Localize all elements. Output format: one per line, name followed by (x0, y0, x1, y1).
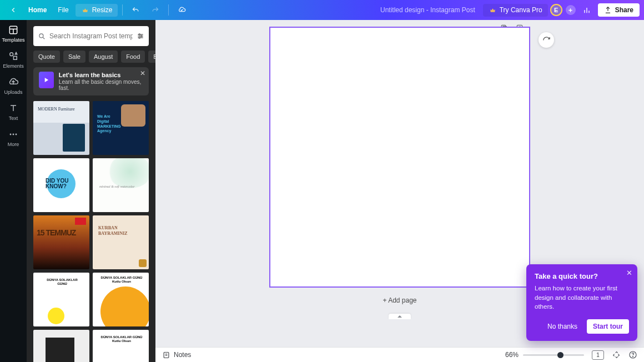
svg-point-15 (16, 134, 17, 135)
template-thumb[interactable] (33, 273, 89, 326)
chip-birthday[interactable]: Birthday (148, 51, 155, 63)
notes-button[interactable]: Notes (162, 351, 191, 359)
nav-label: Elements (3, 63, 24, 69)
insights-button[interactable] (578, 3, 596, 17)
tour-body: Learn how to create your first design an… (535, 284, 629, 311)
back-button[interactable] (4, 4, 22, 17)
topbar: Home File Resize Untitled design - Insta… (0, 0, 644, 20)
template-thumb[interactable] (93, 158, 149, 212)
redo-button[interactable] (147, 4, 164, 17)
tour-title: Take a quick tour? (535, 272, 629, 280)
svg-point-33 (632, 356, 633, 357)
svg-point-21 (139, 34, 140, 35)
divider (168, 4, 169, 16)
nav-label: Templates (2, 37, 24, 43)
chip-quote[interactable]: Quote (33, 51, 60, 63)
cloud-status[interactable] (173, 4, 190, 17)
zoom-value[interactable]: 66% (505, 351, 519, 359)
svg-line-17 (43, 37, 44, 39)
chip-sale[interactable]: Sale (63, 51, 85, 63)
template-thumb[interactable] (93, 101, 149, 155)
add-member-button[interactable] (566, 5, 576, 15)
chip-food[interactable]: Food (121, 51, 145, 63)
chip-august[interactable]: August (89, 51, 118, 63)
avatar[interactable]: E (550, 4, 562, 16)
bottombar: Notes 66% 1 (155, 347, 644, 362)
suggestion-chips: Quote Sale August Food Birthday (27, 51, 155, 67)
template-thumb[interactable] (33, 158, 89, 212)
template-grid (27, 101, 155, 362)
learn-title: Let's learn the basics (59, 72, 143, 78)
tour-dismiss-button[interactable]: No thanks (542, 319, 582, 334)
share-label: Share (615, 6, 633, 14)
regenerate-button[interactable] (539, 32, 554, 48)
cloud-check-icon (178, 6, 186, 14)
try-pro-button[interactable]: Try Canva Pro (483, 4, 548, 17)
templates-icon (8, 24, 19, 36)
grid-view-icon[interactable] (612, 350, 621, 359)
learn-subtitle: Learn all the basic design moves, fast. (59, 79, 143, 91)
nav-templates[interactable]: Templates (0, 20, 27, 46)
search-input[interactable] (49, 32, 133, 40)
zoom-thumb[interactable] (557, 352, 564, 358)
left-object-bar: Templates Elements Uploads Text More (0, 20, 27, 362)
notes-label: Notes (174, 351, 191, 359)
notes-icon (162, 351, 170, 359)
nav-label: Uploads (4, 89, 22, 95)
zoom-control: 66% (505, 351, 584, 359)
template-thumb[interactable] (33, 215, 89, 269)
redo-icon (151, 6, 159, 14)
learn-basics-card[interactable]: Let's learn the basics Learn all the bas… (33, 67, 149, 95)
template-thumb[interactable] (93, 215, 149, 269)
nav-label: More (8, 142, 19, 147)
try-pro-label: Try Canva Pro (500, 6, 542, 14)
svg-point-23 (139, 37, 140, 38)
search-icon (38, 32, 46, 41)
svg-point-14 (13, 134, 14, 135)
canvas-page[interactable] (270, 28, 529, 286)
undo-button[interactable] (127, 4, 144, 17)
resize-button[interactable]: Resize (76, 4, 118, 17)
file-menu[interactable]: File (53, 4, 73, 16)
nav-label: Text (9, 115, 18, 121)
svg-rect-29 (164, 352, 169, 358)
template-thumb[interactable] (33, 330, 89, 362)
crown-icon (489, 6, 497, 14)
divider (122, 4, 123, 16)
svg-point-22 (141, 36, 142, 37)
bar-chart-icon (582, 6, 591, 14)
home-button[interactable]: Home (24, 4, 51, 16)
share-button[interactable]: Share (598, 3, 640, 17)
more-icon (8, 129, 19, 140)
svg-marker-24 (45, 78, 48, 82)
svg-point-16 (39, 34, 43, 38)
svg-point-13 (10, 134, 12, 135)
close-icon[interactable]: ✕ (140, 69, 145, 77)
template-thumb[interactable] (33, 101, 89, 155)
help-icon[interactable] (628, 350, 637, 359)
template-thumb[interactable] (93, 273, 149, 326)
zoom-slider[interactable] (523, 354, 584, 356)
elements-icon (8, 51, 19, 62)
chevron-left-icon (9, 6, 17, 14)
search-bar (33, 26, 149, 46)
template-thumb[interactable] (93, 330, 149, 362)
crown-icon (81, 6, 89, 14)
nav-uploads[interactable]: Uploads (0, 72, 27, 98)
page-list-toggle[interactable] (389, 314, 411, 319)
nav-elements[interactable]: Elements (0, 46, 27, 72)
tour-start-button[interactable]: Start tour (587, 319, 629, 334)
filter-icon[interactable] (137, 32, 144, 41)
refresh-icon (542, 36, 551, 44)
svg-rect-9 (13, 56, 17, 59)
text-icon (8, 103, 19, 114)
resize-label: Resize (92, 6, 113, 14)
document-title[interactable]: Untitled design - Instagram Post (375, 6, 481, 14)
add-page-button[interactable]: + Add page (383, 296, 416, 304)
pro-badge-icon (139, 259, 147, 267)
nav-more[interactable]: More (0, 124, 27, 150)
close-icon[interactable]: ✕ (626, 269, 632, 277)
page-indicator[interactable]: 1 (592, 350, 604, 360)
play-icon (39, 72, 54, 88)
nav-text[interactable]: Text (0, 98, 27, 124)
